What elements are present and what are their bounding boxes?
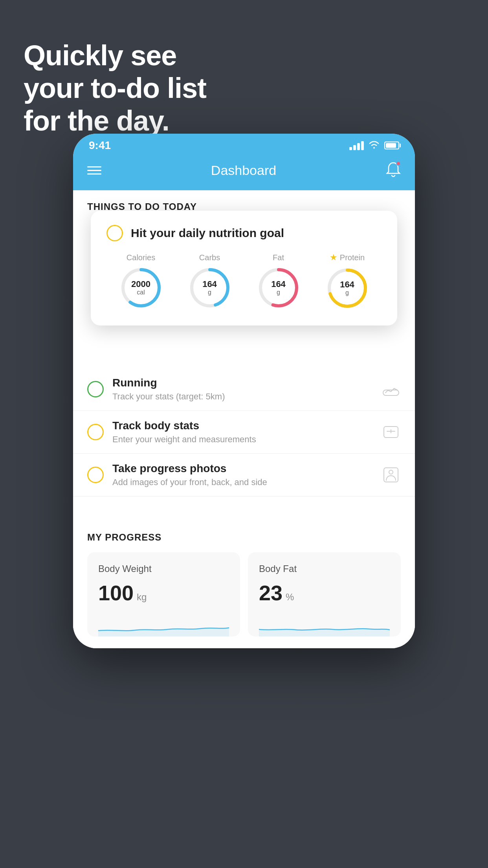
todo-item-progress-photos[interactable]: Take progress photos Add images of your … <box>73 454 415 497</box>
body-fat-value-row: 23 % <box>259 581 390 605</box>
progress-cards: Body Weight 100 kg <box>87 552 401 636</box>
fat-label: Fat <box>273 253 284 262</box>
body-weight-unit: kg <box>137 592 147 603</box>
running-subtitle: Track your stats (target: 5km) <box>112 392 372 402</box>
phone-mockup: 9:41 <box>73 134 415 648</box>
progress-section: MY PROGRESS Body Weight 100 kg <box>73 516 415 648</box>
carbs-ring: 164 g <box>188 266 231 309</box>
running-text: Running Track your stats (target: 5km) <box>112 377 372 402</box>
todo-item-running[interactable]: Running Track your stats (target: 5km) <box>73 368 415 411</box>
progress-photos-text: Take progress photos Add images of your … <box>112 462 372 487</box>
body-weight-card: Body Weight 100 kg <box>87 552 240 636</box>
protein-ring: 164 g <box>326 267 369 310</box>
protein-goal: ★ Protein 164 g <box>326 252 369 310</box>
progress-photos-title: Take progress photos <box>112 462 372 475</box>
running-checkbox[interactable] <box>87 381 104 397</box>
progress-heading: MY PROGRESS <box>87 532 401 543</box>
body-weight-label: Body Weight <box>98 563 229 574</box>
hero-text: Quickly see your to-do list for the day. <box>24 39 206 137</box>
carbs-value: 164 <box>202 279 217 289</box>
body-weight-number: 100 <box>98 581 134 605</box>
body-stats-checkbox[interactable] <box>87 424 104 440</box>
status-bar: 9:41 <box>73 134 415 155</box>
carbs-label: Carbs <box>199 253 220 262</box>
progress-photos-checkbox[interactable] <box>87 467 104 483</box>
wifi-icon <box>369 140 380 151</box>
body-fat-label: Body Fat <box>259 563 390 574</box>
app-body: THINGS TO DO TODAY Hit your daily nutrit… <box>73 190 415 648</box>
body-stats-title: Track body stats <box>112 419 372 432</box>
calories-goal: Calories 2000 cal <box>119 253 163 309</box>
status-icons <box>349 140 399 151</box>
fat-goal: Fat 164 g <box>257 253 300 309</box>
nutrition-goals: Calories 2000 cal <box>106 252 382 310</box>
body-weight-value-row: 100 kg <box>98 581 229 605</box>
nutrition-card: Hit your daily nutrition goal Calories <box>91 211 397 326</box>
todo-item-body-stats[interactable]: Track body stats Enter your weight and m… <box>73 411 415 454</box>
body-fat-chart <box>259 613 390 636</box>
header-title: Dashboard <box>211 163 276 178</box>
scale-icon <box>381 422 401 442</box>
star-icon: ★ <box>330 252 338 263</box>
fat-unit: g <box>277 289 280 296</box>
app-header: Dashboard <box>73 155 415 190</box>
protein-value: 164 <box>340 280 354 289</box>
fat-ring: 164 g <box>257 266 300 309</box>
fat-value: 164 <box>271 279 286 289</box>
body-stats-text: Track body stats Enter your weight and m… <box>112 419 372 445</box>
carbs-goal: Carbs 164 g <box>188 253 231 309</box>
nutrition-card-title: Hit your daily nutrition goal <box>131 226 284 240</box>
calories-value: 2000 <box>131 279 150 289</box>
running-icon <box>381 379 401 399</box>
carbs-unit: g <box>208 289 211 296</box>
nutrition-checkbox[interactable] <box>106 225 123 241</box>
person-icon <box>381 465 401 485</box>
calories-unit: cal <box>137 289 145 296</box>
signal-icon <box>349 141 364 150</box>
progress-photos-subtitle: Add images of your front, back, and side <box>112 477 372 487</box>
svg-point-11 <box>389 470 393 474</box>
todo-list: Running Track your stats (target: 5km) <box>73 368 415 497</box>
calories-ring: 2000 cal <box>119 266 163 309</box>
body-fat-number: 23 <box>259 581 283 605</box>
battery-icon <box>384 142 399 149</box>
bell-button[interactable] <box>386 161 401 179</box>
body-weight-chart <box>98 613 229 636</box>
protein-unit: g <box>345 289 349 296</box>
status-time: 9:41 <box>89 139 111 152</box>
running-title: Running <box>112 377 372 389</box>
menu-icon[interactable] <box>87 166 101 175</box>
body-stats-subtitle: Enter your weight and measurements <box>112 434 372 445</box>
body-fat-unit: % <box>286 592 294 603</box>
protein-label: Protein <box>340 253 365 262</box>
body-fat-card: Body Fat 23 % <box>248 552 401 636</box>
calories-label: Calories <box>127 253 155 262</box>
